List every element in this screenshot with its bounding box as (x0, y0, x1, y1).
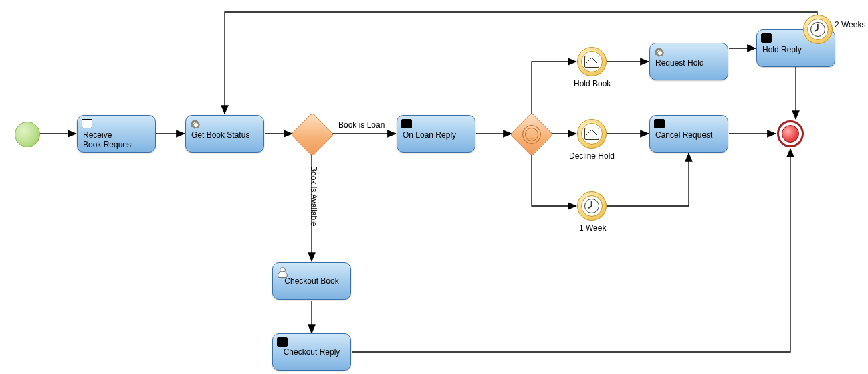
event-label: Hold Book (574, 79, 611, 88)
envelope-icon (584, 56, 599, 68)
boundary-timer-event-2-weeks[interactable] (803, 15, 833, 44)
gear-icon (190, 119, 201, 130)
bpmn-canvas: ReceiveBook Request Get Book Status On L… (0, 0, 868, 374)
task-label: Hold Reply (762, 45, 829, 61)
event-label: 2 Weeks (835, 20, 865, 29)
task-label: Checkout Book (278, 268, 345, 294)
flow-label-book-is-available: Book is Available (309, 166, 318, 227)
task-label: Cancel Request (655, 130, 722, 147)
intermediate-message-event-hold-book[interactable] (577, 47, 607, 76)
start-event[interactable] (15, 122, 40, 147)
end-event[interactable] (777, 120, 804, 147)
gear-icon (654, 47, 665, 58)
intermediate-message-event-decline-hold[interactable] (577, 119, 607, 149)
sequence-flows (0, 0, 868, 374)
task-label: ReceiveBook Request (83, 130, 150, 147)
task-on-loan-reply[interactable]: On Loan Reply (397, 115, 475, 153)
task-checkout-book[interactable]: Checkout Book (272, 262, 351, 300)
flow-label-book-is-loan: Book is Loan (338, 120, 385, 130)
task-receive-book-request[interactable]: ReceiveBook Request (77, 115, 156, 153)
task-label: Get Book Status (191, 130, 258, 147)
clock-icon (584, 199, 599, 213)
task-label: Request Hold (655, 58, 722, 74)
task-get-book-status[interactable]: Get Book Status (185, 115, 264, 153)
exclusive-gateway[interactable] (290, 112, 334, 156)
task-request-hold[interactable]: Request Hold (649, 43, 728, 80)
event-label: Decline Hold (569, 151, 615, 161)
envelope-filled-icon (761, 33, 772, 43)
envelope-filled-icon (654, 119, 665, 128)
event-based-gateway[interactable] (510, 112, 553, 156)
task-label: On Loan Reply (403, 130, 469, 147)
task-label: Checkout Reply (278, 339, 345, 365)
task-cancel-request[interactable]: Cancel Request (649, 115, 728, 153)
envelope-icon (82, 119, 92, 128)
envelope-filled-icon (401, 119, 412, 128)
event-label: 1 Week (579, 223, 606, 233)
envelope-icon (584, 128, 599, 140)
clock-icon (810, 22, 825, 37)
task-checkout-reply[interactable]: Checkout Reply (272, 333, 351, 371)
intermediate-timer-event-1-week[interactable] (577, 191, 607, 221)
